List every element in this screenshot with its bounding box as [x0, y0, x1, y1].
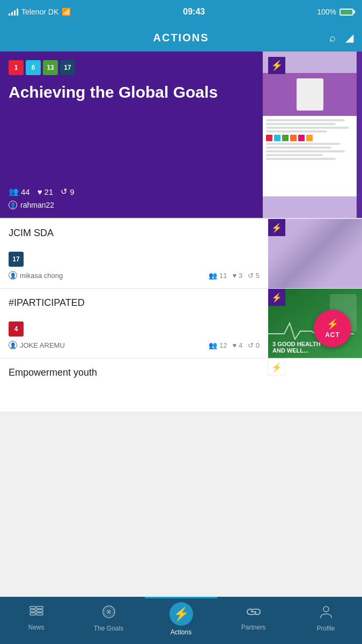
news-grid-icon [29, 606, 43, 618]
list-item-3[interactable]: Empowerment youth ⚡ [0, 358, 362, 412]
list-item-3-title: Empowerment youth [9, 367, 260, 378]
sdg-tag-4-item2: 4 [9, 321, 24, 336]
heart-icon: ♥ [38, 187, 42, 196]
status-right: 100% [317, 8, 353, 16]
nav-label-news: News [28, 624, 44, 631]
followers-icon: 👥 [9, 187, 19, 196]
list-item-2-stats: 👥 12 ♥ 4 ↺ 0 [209, 341, 260, 349]
header-actions: ⌕ ◢ [329, 31, 353, 44]
list-item-1-stats: 👥 11 ♥ 3 ↺ 5 [209, 272, 260, 280]
stat-likes-2: ♥ 4 [233, 341, 243, 349]
next-card-preview: ⚡ SD 1 👥 👤 [357, 52, 362, 218]
stat-followers-1: 👥 11 [209, 272, 227, 280]
lightning-icon: ⚡ [271, 60, 283, 71]
signal-icon [9, 8, 18, 16]
nav-item-partners[interactable]: Partners [217, 597, 290, 644]
share-icon: ↺ [61, 187, 68, 196]
featured-card-main[interactable]: 1 6 13 17 Achieving the Global Goals 👥 4… [0, 52, 263, 218]
sdg-tag-17-item1: 17 [9, 252, 24, 267]
lightning-icon-3: ⚡ [271, 362, 282, 372]
profile-icon [320, 605, 333, 622]
stat-likes-1: ♥ 3 [233, 272, 243, 280]
svg-point-11 [323, 606, 329, 612]
user-icon-2: 👤 [9, 341, 17, 349]
featured-card-title: Achieving the Global Goals [9, 83, 254, 180]
user-avatar-icon: 👤 [9, 201, 17, 209]
search-icon[interactable]: ⌕ [329, 32, 336, 44]
act-lightning-icon: ⚡ [327, 318, 338, 330]
stat-shares-1: ↺ 5 [248, 272, 260, 280]
nav-label-profile: Profile [316, 625, 335, 632]
lightning-icon-1: ⚡ [271, 223, 282, 233]
svg-rect-5 [36, 613, 43, 615]
svg-rect-1 [30, 610, 35, 612]
bottom-navigation: News The Goals ⚡ Actions Partners [0, 597, 362, 644]
username-2: JOKE AREMU [20, 341, 65, 349]
svg-point-9 [108, 611, 110, 613]
nav-spacer [0, 412, 362, 459]
battery-percent: 100% [317, 8, 336, 16]
list-item-1[interactable]: JCIM SDA 17 👤 mikasa chong 👥 11 ♥ 3 ↺ 5 … [0, 219, 362, 289]
list-item-1-title: JCIM SDA [9, 228, 260, 239]
list-item-2-footer: 👤 JOKE AREMU 👥 12 ♥ 4 ↺ 0 [9, 341, 260, 349]
stat-shares: ↺ 9 [61, 187, 74, 196]
filter-icon[interactable]: ◢ [345, 31, 353, 44]
nav-item-goals[interactable]: The Goals [72, 597, 145, 644]
lightning-badge-3: ⚡ [268, 358, 285, 376]
sdg-tag-17: 17 [60, 60, 75, 75]
sdg-tag-13: 13 [43, 60, 58, 75]
status-bar: Telenor DK 📶 09:43 100% [0, 0, 362, 24]
clock: 09:43 [183, 7, 205, 17]
stat-shares-2: ↺ 0 [248, 341, 260, 349]
thumb-image [263, 52, 357, 218]
featured-card-user: 👤 rahman22 [9, 201, 254, 209]
svg-rect-2 [30, 613, 35, 615]
carrier-label: Telenor DK [21, 8, 58, 16]
person-icon [320, 605, 333, 619]
svg-rect-4 [36, 610, 43, 612]
list-item-2-content: #IPARTICIPATED 4 👤 JOKE AREMU 👥 12 ♥ 4 ↺… [0, 289, 268, 358]
sdg-tags: 1 6 13 17 [9, 60, 254, 75]
likes-count: 21 [45, 187, 54, 196]
stat-followers: 👥 44 [9, 187, 30, 196]
battery-icon [339, 9, 353, 16]
goals-icon [102, 605, 116, 622]
list-item-2[interactable]: #IPARTICIPATED 4 👤 JOKE AREMU 👥 12 ♥ 4 ↺… [0, 289, 362, 358]
list-item-2-user: 👤 JOKE AREMU [9, 341, 65, 349]
partners-icon [246, 606, 261, 621]
list-item-3-content: Empowerment youth [0, 358, 268, 412]
username: rahman22 [20, 201, 54, 209]
list-item-1-user: 👤 mikasa chong [9, 271, 63, 280]
act-button[interactable]: ⚡ ACT [314, 310, 351, 347]
act-label: ACT [325, 331, 340, 339]
nav-item-news[interactable]: News [0, 597, 72, 644]
featured-carousel: 1 6 13 17 Achieving the Global Goals 👥 4… [0, 52, 362, 218]
stat-followers-2: 👥 12 [209, 341, 227, 349]
sdg-tag-1: 1 [9, 60, 24, 75]
user-icon-1: 👤 [9, 271, 17, 280]
nav-item-profile[interactable]: Profile [290, 597, 362, 644]
nav-label-goals: The Goals [94, 625, 123, 632]
featured-card-stats: 👥 44 ♥ 21 ↺ 9 [9, 187, 254, 196]
list-item-1-thumb: ⚡ ▶ [268, 219, 362, 288]
list-item-2-thumb: ⚡ 3 GOOD HEALTHAND WELL... ⚡ ACT [268, 289, 362, 358]
nav-item-actions[interactable]: ⚡ Actions [145, 597, 217, 644]
goals-circle-icon [102, 605, 116, 619]
sdg-tag-6: 6 [26, 60, 41, 75]
status-left: Telenor DK 📶 [9, 8, 71, 16]
shares-count: 9 [70, 187, 74, 196]
actions-lightning-icon: ⚡ [173, 606, 189, 621]
list-item-3-thumb: ⚡ [268, 358, 362, 412]
header-title: ACTIONS [153, 32, 209, 44]
lightning-badge-1: ⚡ [268, 219, 285, 236]
stat-likes: ♥ 21 [38, 187, 54, 196]
link-icon [246, 606, 261, 618]
nav-label-partners: Partners [241, 624, 265, 631]
list-item-1-footer: 👤 mikasa chong 👥 11 ♥ 3 ↺ 5 [9, 271, 260, 280]
svg-rect-3 [36, 606, 43, 609]
news-icon [29, 606, 43, 621]
actions-lightning-circle: ⚡ [169, 602, 193, 626]
list-item-1-content: JCIM SDA 17 👤 mikasa chong 👥 11 ♥ 3 ↺ 5 [0, 219, 268, 288]
followers-count: 44 [21, 187, 30, 196]
lightning-icon-2: ⚡ [271, 292, 282, 303]
